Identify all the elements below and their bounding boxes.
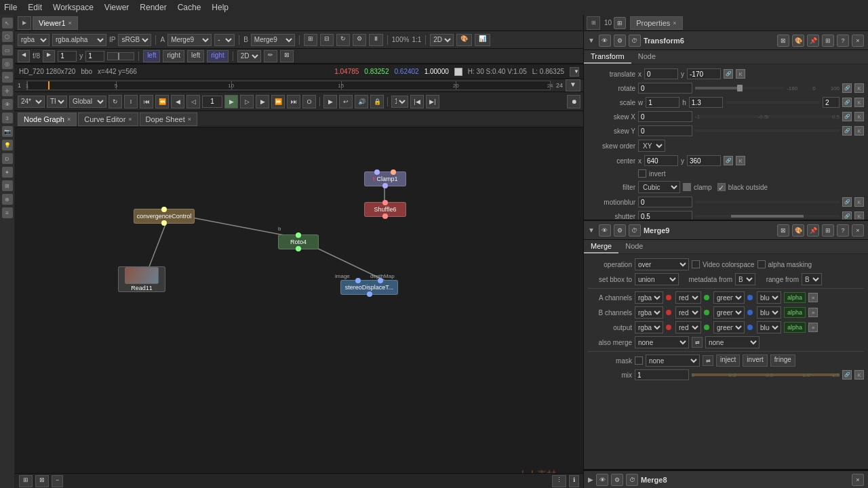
rotate-slider[interactable]: [695, 87, 784, 89]
tf-select[interactable]: TF: [47, 96, 67, 108]
merge9-vis-btn[interactable]: 👁: [599, 224, 611, 237]
status-menu-btn[interactable]: ▼: [570, 67, 579, 77]
a-dropdown-select[interactable]: -: [214, 34, 235, 46]
tool-xform[interactable]: ✛: [2, 85, 13, 96]
tool-arrow[interactable]: ↖: [2, 18, 13, 28]
tool-node[interactable]: ⬡: [2, 31, 13, 42]
node-zoom-out-btn[interactable]: −: [52, 475, 63, 487]
lock-btn[interactable]: 🔒: [370, 95, 384, 108]
timeline-ruler[interactable]: 1 1 5 10 15 20 24 24 ▼: [15, 79, 583, 92]
scale-anim-btn[interactable]: K: [854, 98, 864, 107]
color-profile-select[interactable]: sRGBlinear: [118, 34, 151, 46]
merge9-help-btn[interactable]: ?: [837, 224, 849, 237]
transform6-icon-btn[interactable]: ⚙: [614, 35, 626, 47]
filter-select[interactable]: CubicLinearNearest: [638, 181, 680, 193]
translate-x-input[interactable]: [644, 68, 678, 79]
merge9-expand[interactable]: ▼: [588, 226, 595, 234]
skew-x-slider[interactable]: -1 -0.5 0 0.5: [695, 115, 840, 118]
motionblur-input[interactable]: [638, 197, 692, 207]
metadata-select[interactable]: BA: [735, 273, 755, 285]
b-channels-expand-btn[interactable]: ≡: [808, 308, 818, 317]
output-rgb-select[interactable]: rgba: [635, 321, 663, 333]
invert-checkbox[interactable]: [638, 169, 646, 178]
mix-slider[interactable]: 0 0.2 0.5 1.0 1.5: [692, 373, 840, 376]
center-anim-btn[interactable]: K: [736, 156, 745, 165]
tool-3d[interactable]: 3: [2, 113, 13, 123]
menu-cache[interactable]: Cache: [178, 3, 201, 12]
tool-paint[interactable]: ✏: [2, 72, 13, 83]
transform6-help-btn[interactable]: ?: [837, 35, 849, 47]
right-view-btn2[interactable]: right: [207, 50, 228, 62]
out-channels-expand-btn[interactable]: ≡: [808, 323, 818, 332]
props-tab-close[interactable]: ×: [673, 20, 676, 26]
node-canvas[interactable]: Read11 convergenceControl Roto4: [15, 127, 583, 488]
node-tab-nodegraph[interactable]: Node Graph ×: [18, 113, 77, 126]
sub-tab-merge[interactable]: Merge: [584, 240, 618, 253]
loop-btn[interactable]: ↩: [339, 95, 353, 108]
current-frame-input[interactable]: [202, 96, 222, 108]
shutter-anim-btn[interactable]: K: [854, 211, 864, 220]
fps-select[interactable]: 24*: [18, 96, 45, 108]
timeline-track[interactable]: 1 5 10 15 20 24: [26, 81, 551, 90]
back-step-btn[interactable]: ◁: [186, 95, 200, 108]
fwd-step-btn[interactable]: ▷: [240, 95, 254, 108]
sub-tab-node[interactable]: Node: [631, 50, 663, 64]
tool-select[interactable]: ▭: [2, 45, 13, 56]
shutter-input[interactable]: [638, 211, 692, 220]
a-channels-rgb-select[interactable]: rgba: [635, 291, 663, 304]
audio-btn[interactable]: 🔊: [355, 95, 368, 108]
skew-x-lock-btn[interactable]: 🔗: [842, 112, 852, 121]
prev-frame-play-btn[interactable]: ◀: [171, 95, 184, 108]
tool-filter[interactable]: ⊞: [2, 180, 13, 191]
scale-slider[interactable]: [726, 101, 820, 104]
rotate-lock-btn[interactable]: 🔗: [842, 83, 852, 93]
mix-anim-btn[interactable]: K: [854, 370, 864, 380]
node-tab-curveeditor[interactable]: Curve Editor ×: [78, 113, 138, 126]
tool-viewer[interactable]: 👁: [2, 99, 13, 110]
alpha-masking-checkbox[interactable]: [757, 260, 766, 268]
frame-number-input[interactable]: [58, 51, 77, 62]
transform6-anim-btn[interactable]: ⏱: [629, 35, 641, 47]
tool-light[interactable]: 💡: [2, 140, 13, 150]
merge9-close-btn[interactable]: ×: [852, 224, 864, 237]
menu-viewer[interactable]: Viewer: [104, 3, 129, 12]
transform6-pin-btn[interactable]: 📌: [807, 35, 819, 47]
b-green-select[interactable]: green: [713, 306, 745, 319]
menu-workspace[interactable]: Workspace: [53, 3, 94, 12]
out-red-select[interactable]: red: [675, 321, 701, 333]
play-mode-btn[interactable]: ▶: [323, 95, 337, 108]
color-space-select[interactable]: rgbargbalpha: [18, 34, 50, 46]
scope-select[interactable]: Global: [69, 96, 106, 108]
fast-fwd-btn[interactable]: ⏩: [271, 95, 285, 108]
merge9-color-btn[interactable]: 🎨: [792, 224, 804, 237]
sub-tab-transform[interactable]: Transform: [584, 50, 631, 64]
out-green-select[interactable]: green: [713, 321, 745, 333]
black-outside-checkbox[interactable]: ✓: [717, 183, 726, 191]
node-info-btn[interactable]: ℹ: [569, 475, 579, 487]
node-convergence-control[interactable]: convergenceControl: [134, 209, 195, 224]
b-node-select[interactable]: Merge9: [251, 34, 295, 46]
settings-btn[interactable]: ⚙: [353, 34, 366, 46]
a-node-select[interactable]: Merge9: [167, 34, 212, 46]
node-layout-btn[interactable]: ⊞: [19, 475, 33, 487]
center-y-input[interactable]: [687, 155, 721, 166]
motionblur-slider[interactable]: [695, 201, 840, 203]
skip-fwd-btn[interactable]: ▶|: [426, 95, 439, 108]
video-colorspace-checkbox[interactable]: [692, 260, 700, 268]
b-blue-select[interactable]: blue: [757, 306, 781, 319]
node-clamp1[interactable]: ! Clamp1: [364, 171, 406, 186]
out-point-btn[interactable]: O: [302, 95, 316, 108]
merge9-float-btn[interactable]: ⊞: [822, 224, 834, 237]
view-mode-select[interactable]: 2D3D: [430, 34, 454, 46]
tool-camera[interactable]: 📷: [2, 126, 13, 137]
scale-w-input[interactable]: [646, 97, 679, 108]
merge8-close-btn[interactable]: ×: [852, 474, 864, 486]
prev-frame-btn[interactable]: ◀: [18, 50, 30, 62]
next-frame-play-btn[interactable]: ▶: [256, 95, 269, 108]
timeline-menu-btn[interactable]: ▼: [566, 79, 580, 92]
skew-y-anim-btn[interactable]: K: [854, 126, 864, 136]
merge9-anim-btn[interactable]: ⏱: [629, 224, 641, 237]
merge8-anim-btn[interactable]: ⏱: [626, 474, 638, 486]
paint-icon-btn[interactable]: ✏: [264, 50, 277, 62]
scale-val2-input[interactable]: [823, 97, 840, 108]
